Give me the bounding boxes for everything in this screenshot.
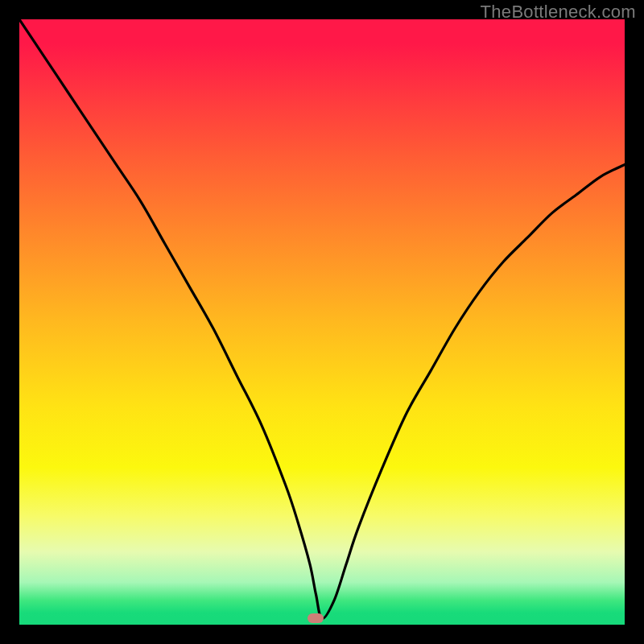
bottleneck-curve (19, 19, 625, 625)
chart-frame: TheBottleneck.com (0, 0, 644, 644)
watermark-text: TheBottleneck.com (481, 2, 636, 23)
minimum-marker (308, 613, 324, 623)
plot-area (19, 19, 625, 625)
